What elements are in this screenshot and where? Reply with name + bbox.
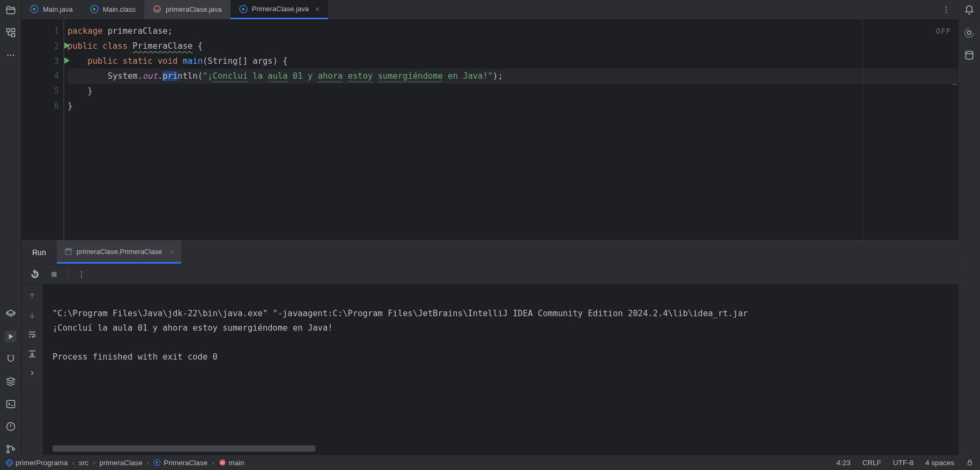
chevron-right-icon: › (147, 459, 150, 467)
java-file-icon (153, 5, 161, 13)
vcs-icon[interactable] (5, 443, 17, 455)
tab-main-java[interactable]: Main.java (21, 0, 81, 19)
svg-rect-29 (968, 462, 972, 465)
console-output[interactable]: "C:\Program Files\Java\jdk-22\bin\java.e… (43, 285, 959, 455)
run-title: Run (21, 248, 57, 257)
more-icon[interactable] (5, 49, 17, 61)
svg-point-10 (12, 448, 14, 450)
line-number: 2 (54, 41, 59, 51)
chevron-right-icon: › (93, 459, 95, 467)
svg-rect-0 (6, 29, 10, 32)
breadcrumb[interactable]: primeraClase (100, 459, 143, 467)
chevron-right-icon: › (72, 459, 75, 467)
method-icon: m (219, 459, 226, 466)
breadcrumb[interactable]: primerPrograma (16, 459, 68, 467)
terminal-icon[interactable] (5, 398, 17, 410)
up-arrow-icon[interactable] (26, 290, 38, 302)
run-tabs: Run primeraClase.PrimeraClase × (21, 241, 959, 264)
right-margin (863, 19, 863, 240)
scrollbar-mark (953, 84, 957, 85)
build-icon[interactable] (5, 353, 17, 365)
notifications-icon[interactable] (963, 4, 975, 16)
method-call: pri (162, 71, 177, 81)
package-name: primeraClase (108, 26, 168, 36)
database-icon[interactable] (963, 49, 975, 61)
tab-label: primeraClase.java (166, 5, 222, 13)
java-run-icon (90, 5, 99, 13)
file-encoding[interactable]: UTF-8 (893, 459, 914, 467)
soft-wrap-icon[interactable] (26, 329, 38, 340)
svg-point-4 (10, 55, 11, 56)
tab-primeraclase-lc[interactable]: primeraClase.java (144, 0, 231, 19)
identifier: System (108, 71, 138, 81)
svg-rect-22 (51, 272, 56, 277)
method-name: main (183, 56, 203, 66)
svg-point-15 (154, 6, 160, 12)
svg-rect-21 (65, 248, 71, 250)
svg-point-24 (81, 273, 82, 274)
string: "¡ (203, 71, 213, 81)
structure-icon[interactable] (5, 27, 17, 39)
line-number: 5 (54, 86, 59, 96)
svg-text:m: m (220, 460, 224, 465)
breadcrumb[interactable]: PrimeraClase (164, 459, 207, 467)
scroll-to-end-icon[interactable] (26, 348, 38, 360)
line-number: 1 (54, 26, 59, 36)
services-icon[interactable] (5, 376, 17, 387)
module-icon (5, 458, 14, 467)
status-bar: primerPrograma › src › primeraClase › Pr… (0, 455, 980, 470)
console-line: ¡Concluí la aula 01 y ahora estoy sumerg… (53, 323, 333, 333)
line-separator[interactable]: CRLF (862, 459, 881, 467)
java-run-icon (239, 5, 248, 13)
tab-label: Main.class (103, 5, 136, 13)
keyword: static (123, 56, 153, 66)
code-area[interactable]: OFF package primeraClase; public class P… (64, 19, 959, 240)
string: Concluí (213, 71, 248, 81)
svg-point-9 (6, 451, 9, 453)
svg-point-18 (946, 9, 947, 10)
tab-main-class[interactable]: Main.class (81, 0, 144, 19)
close-icon[interactable]: × (315, 5, 320, 13)
debug-icon[interactable] (5, 308, 17, 320)
run-tool-icon[interactable] (5, 331, 17, 342)
inspections-off-badge[interactable]: OFF (936, 24, 951, 39)
down-arrow-icon[interactable] (26, 309, 38, 321)
line-number: 3 (54, 56, 59, 66)
caret-position[interactable]: 4:23 (836, 459, 850, 467)
line-gutter: 1 2 3 4 5 6 (21, 19, 63, 240)
indent-setting[interactable]: 4 spaces (925, 459, 954, 467)
svg-point-17 (946, 6, 947, 8)
field: out (143, 71, 158, 81)
stop-icon[interactable] (48, 268, 60, 280)
chevron-right-icon[interactable] (26, 367, 38, 379)
keyword: public (87, 56, 117, 66)
close-icon[interactable]: × (169, 248, 174, 256)
class-name: PrimeraClase (132, 41, 192, 51)
ai-assistant-icon[interactable] (963, 27, 975, 39)
breadcrumb[interactable]: src (79, 459, 88, 467)
keyword: class (102, 41, 128, 51)
svg-point-11 (968, 31, 971, 35)
readonly-icon[interactable] (966, 459, 974, 466)
tab-overflow-icon[interactable] (940, 4, 952, 16)
rerun-icon[interactable] (29, 268, 41, 280)
project-icon[interactable] (5, 4, 17, 16)
more-actions-icon[interactable] (76, 268, 87, 280)
svg-rect-2 (11, 34, 14, 37)
code-editor[interactable]: 1 2 3 4 5 6 OFF package primeraClase; pu… (21, 19, 959, 240)
keyword: public (68, 41, 98, 51)
svg-point-12 (966, 51, 972, 54)
tab-primeraclase[interactable]: PrimeraClase.java × (231, 0, 328, 19)
application-icon (64, 248, 72, 256)
svg-rect-6 (6, 400, 14, 407)
run-toolbar (21, 264, 959, 285)
breadcrumb[interactable]: main (229, 459, 244, 467)
svg-rect-1 (11, 29, 14, 32)
run-config-tab[interactable]: primeraClase.PrimeraClase × (57, 241, 181, 264)
line-number: 4 (54, 71, 59, 81)
problems-icon[interactable] (5, 421, 17, 432)
horizontal-scrollbar[interactable] (53, 445, 315, 452)
svg-point-23 (81, 271, 82, 272)
params: (String[] args) (203, 56, 278, 66)
console-gutter (21, 285, 43, 455)
